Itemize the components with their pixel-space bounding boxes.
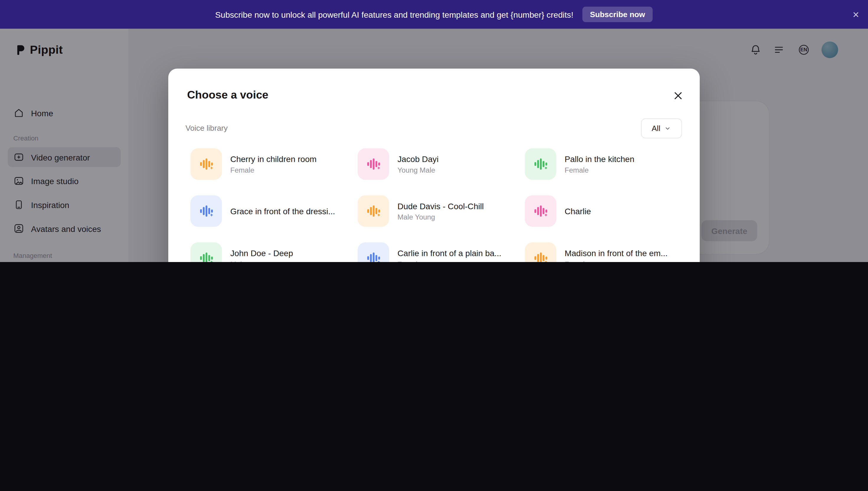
voice-filter-value: All (652, 124, 660, 133)
promo-banner: Subscribe now to unlock all powerful AI … (0, 0, 868, 29)
voice-tile (190, 242, 222, 262)
voice-meta: Carlie in front of a plain ba... Female (397, 248, 501, 262)
voice-item[interactable]: Dude Davis - Cool-Chill Male Young (358, 195, 525, 227)
voice-grid: Cherry in children room Female Jacob Day… (190, 148, 683, 262)
voice-subtitle: Female (565, 260, 668, 262)
voice-tile (358, 242, 389, 262)
voice-subtitle: Young Male (397, 166, 439, 174)
voice-tile (190, 195, 222, 227)
voice-item[interactable]: Carlie in front of a plain ba... Female (358, 242, 525, 262)
waveform-icon (366, 157, 381, 172)
voice-name: Dude Davis - Cool-Chill (397, 201, 484, 211)
voice-meta: Jacob Dayi Young Male (397, 154, 439, 174)
voice-item[interactable]: Charlie (525, 195, 683, 227)
voice-meta: Charlie (565, 206, 591, 216)
voice-filter-select[interactable]: All (641, 118, 682, 138)
voice-name: Charlie (565, 206, 591, 216)
voice-tile (358, 195, 389, 227)
waveform-icon (533, 157, 548, 172)
voice-meta: John Doe - Deep Male (230, 248, 293, 262)
subscribe-button[interactable]: Subscribe now (582, 7, 653, 22)
chevron-down-icon (664, 124, 671, 132)
voice-name: Pallo in the kitchen (565, 154, 635, 164)
voice-meta: Grace in front of the dressi... (230, 206, 335, 216)
voice-meta: Dude Davis - Cool-Chill Male Young (397, 201, 484, 221)
voice-tile (525, 148, 557, 180)
waveform-icon (199, 157, 214, 172)
voice-meta: Cherry in children room Female (230, 154, 316, 174)
voice-meta: Madison in front of the em... Female (565, 248, 668, 262)
voice-name: Madison in front of the em... (565, 248, 668, 258)
voice-subtitle: Female (565, 166, 635, 174)
dialog-title: Choose a voice (187, 88, 269, 101)
choose-voice-dialog: Choose a voice Voice library All Cherry … (168, 69, 700, 262)
voice-subtitle: Male Young (397, 213, 484, 221)
voice-meta: Pallo in the kitchen Female (565, 154, 635, 174)
voice-subtitle: Male (230, 260, 293, 262)
voice-name: Carlie in front of a plain ba... (397, 248, 501, 258)
waveform-icon (366, 204, 381, 219)
voice-item[interactable]: John Doe - Deep Male (190, 242, 358, 262)
voice-name: Cherry in children room (230, 154, 316, 164)
voice-name: Jacob Dayi (397, 154, 439, 164)
voice-subtitle: Female (397, 260, 501, 262)
voice-subtitle: Female (230, 166, 316, 174)
voice-tile (525, 242, 557, 262)
waveform-icon (199, 251, 214, 262)
voice-item[interactable]: Grace in front of the dressi... (190, 195, 358, 227)
banner-close-icon[interactable]: × (852, 9, 859, 20)
voice-item[interactable]: Cherry in children room Female (190, 148, 358, 180)
waveform-icon (533, 204, 548, 219)
dialog-close-icon[interactable] (672, 90, 684, 102)
waveform-icon (199, 204, 214, 219)
voice-item[interactable]: Pallo in the kitchen Female (525, 148, 683, 180)
app-window: Pippit Home Creation Video generator Ima… (0, 0, 868, 262)
voice-tile (358, 148, 389, 180)
voice-item[interactable]: Jacob Dayi Young Male (358, 148, 525, 180)
waveform-icon (366, 251, 381, 262)
voice-name: Grace in front of the dressi... (230, 206, 335, 216)
voice-name: John Doe - Deep (230, 248, 293, 258)
voice-tile (525, 195, 557, 227)
waveform-icon (533, 251, 548, 262)
voice-item[interactable]: Madison in front of the em... Female (525, 242, 683, 262)
voice-library-label: Voice library (186, 123, 228, 132)
voice-tile (190, 148, 222, 180)
promo-banner-text: Subscribe now to unlock all powerful AI … (215, 10, 573, 19)
